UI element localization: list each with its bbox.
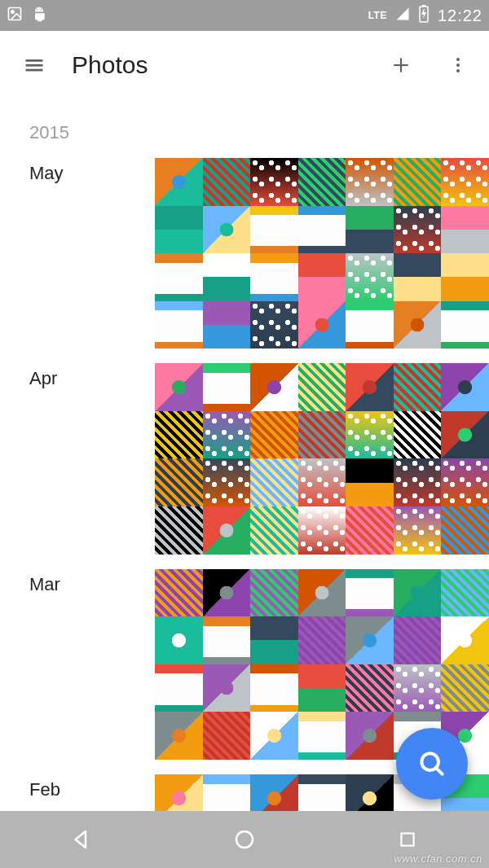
search-fab[interactable]	[396, 728, 468, 800]
photo-thumbnail[interactable]	[346, 616, 394, 664]
photo-thumbnail[interactable]	[346, 253, 394, 301]
photo-thumbnail[interactable]	[203, 458, 251, 506]
overflow-menu-button[interactable]	[438, 46, 478, 85]
photo-thumbnail[interactable]	[394, 616, 442, 664]
photo-thumbnail[interactable]	[346, 411, 394, 459]
nav-home-button[interactable]	[225, 820, 264, 859]
photo-thumbnail[interactable]	[346, 458, 394, 506]
photo-thumbnail[interactable]	[203, 506, 251, 555]
photo-thumbnail[interactable]	[394, 301, 442, 349]
photo-thumbnail[interactable]	[155, 301, 203, 349]
add-button[interactable]	[381, 46, 421, 85]
photo-thumbnail[interactable]	[250, 158, 298, 206]
photo-thumbnail[interactable]	[250, 363, 298, 411]
photo-timeline[interactable]: 2015 May Apr Mar Feb	[0, 99, 489, 811]
photo-thumbnail[interactable]	[250, 206, 298, 254]
photo-thumbnail[interactable]	[203, 616, 251, 664]
photo-thumbnail[interactable]	[155, 253, 203, 301]
photo-thumbnail[interactable]	[155, 664, 203, 712]
photo-thumbnail[interactable]	[441, 458, 489, 506]
photo-thumbnail[interactable]	[203, 301, 251, 349]
photo-thumbnail[interactable]	[155, 458, 203, 506]
photo-thumbnail[interactable]	[346, 363, 394, 411]
status-left	[7, 5, 47, 27]
photo-thumbnail[interactable]	[346, 664, 394, 712]
photo-thumbnail[interactable]	[394, 411, 442, 459]
photo-thumbnail[interactable]	[394, 158, 442, 206]
photo-thumbnail[interactable]	[155, 774, 203, 811]
app-bar: Photos	[0, 31, 489, 99]
photo-thumbnail[interactable]	[394, 253, 442, 301]
photo-thumbnail[interactable]	[346, 569, 394, 617]
photo-thumbnail[interactable]	[155, 506, 203, 555]
photo-thumbnail[interactable]	[394, 506, 442, 555]
photo-thumbnail[interactable]	[298, 301, 346, 349]
photo-thumbnail[interactable]	[155, 569, 203, 617]
photo-thumbnail[interactable]	[441, 506, 489, 555]
photo-thumbnail[interactable]	[203, 774, 251, 811]
photo-thumbnail[interactable]	[155, 616, 203, 664]
photo-thumbnail[interactable]	[298, 506, 346, 555]
photo-thumbnail[interactable]	[250, 301, 298, 349]
photo-thumbnail[interactable]	[394, 458, 442, 506]
photo-thumbnail[interactable]	[250, 253, 298, 301]
photo-thumbnail[interactable]	[203, 158, 251, 206]
photo-thumbnail[interactable]	[155, 411, 203, 459]
photo-thumbnail[interactable]	[394, 569, 442, 617]
photo-thumbnail[interactable]	[250, 411, 298, 459]
photo-thumbnail[interactable]	[203, 712, 251, 760]
photo-thumbnail[interactable]	[441, 616, 489, 664]
photo-thumbnail[interactable]	[346, 301, 394, 349]
photo-thumbnail[interactable]	[155, 206, 203, 254]
photo-thumbnail[interactable]	[298, 616, 346, 664]
photo-thumbnail[interactable]	[346, 774, 394, 811]
photo-thumbnail[interactable]	[155, 712, 203, 760]
status-right: LTE 12:22	[368, 5, 482, 27]
photo-thumbnail[interactable]	[203, 411, 251, 459]
photo-thumbnail[interactable]	[346, 206, 394, 254]
photo-thumbnail[interactable]	[250, 569, 298, 617]
photo-thumbnail[interactable]	[346, 712, 394, 760]
photo-thumbnail[interactable]	[203, 206, 251, 254]
photo-thumbnail[interactable]	[203, 664, 251, 712]
svg-point-16	[236, 831, 253, 848]
photo-thumbnail[interactable]	[441, 664, 489, 712]
photo-thumbnail[interactable]	[250, 458, 298, 506]
photo-thumbnail[interactable]	[155, 158, 203, 206]
photo-thumbnail[interactable]	[346, 506, 394, 555]
photo-thumbnail[interactable]	[441, 363, 489, 411]
photo-thumbnail[interactable]	[298, 206, 346, 254]
month-label: Apr	[0, 363, 155, 389]
photo-thumbnail[interactable]	[441, 206, 489, 254]
photo-thumbnail[interactable]	[250, 616, 298, 664]
photo-thumbnail[interactable]	[298, 569, 346, 617]
photo-thumbnail[interactable]	[441, 158, 489, 206]
photo-thumbnail[interactable]	[250, 664, 298, 712]
photo-thumbnail[interactable]	[298, 712, 346, 760]
photo-thumbnail[interactable]	[203, 253, 251, 301]
photo-thumbnail[interactable]	[298, 363, 346, 411]
photo-thumbnail[interactable]	[298, 458, 346, 506]
photo-thumbnail[interactable]	[203, 569, 251, 617]
photo-thumbnail[interactable]	[203, 363, 251, 411]
photo-thumbnail[interactable]	[346, 158, 394, 206]
photo-thumbnail[interactable]	[298, 774, 346, 811]
photo-thumbnail[interactable]	[441, 301, 489, 349]
android-icon	[31, 5, 47, 27]
photo-thumbnail[interactable]	[298, 158, 346, 206]
photo-thumbnail[interactable]	[250, 774, 298, 811]
photo-thumbnail[interactable]	[298, 664, 346, 712]
photo-thumbnail[interactable]	[298, 253, 346, 301]
photo-thumbnail[interactable]	[155, 363, 203, 411]
photo-thumbnail[interactable]	[394, 363, 442, 411]
photo-thumbnail[interactable]	[250, 712, 298, 760]
photo-thumbnail[interactable]	[298, 411, 346, 459]
photo-thumbnail[interactable]	[441, 411, 489, 459]
photo-thumbnail[interactable]	[394, 206, 442, 254]
photo-thumbnail[interactable]	[250, 506, 298, 555]
photo-thumbnail[interactable]	[441, 569, 489, 617]
nav-back-button[interactable]	[62, 820, 101, 859]
photo-thumbnail[interactable]	[394, 664, 442, 712]
menu-icon[interactable]	[15, 46, 54, 85]
photo-thumbnail[interactable]	[441, 253, 489, 301]
